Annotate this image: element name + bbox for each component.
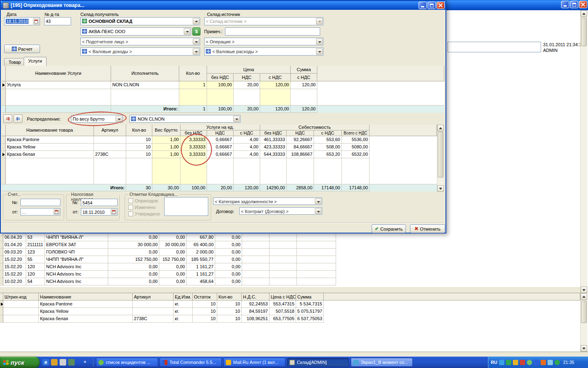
overflow-chevron-icon[interactable]: »	[84, 359, 86, 364]
bg-close-button[interactable]	[579, 1, 587, 8]
taskbar-button-sklad[interactable]: Склад[ADMIN]	[287, 358, 349, 367]
quick-launch-notepad-icon[interactable]	[60, 359, 66, 366]
save-button[interactable]: ✔Сохранить	[372, 224, 406, 233]
tray-icon-7[interactable]	[541, 360, 546, 365]
start-button[interactable]: пуск	[0, 357, 40, 368]
tray-icon-6[interactable]	[534, 360, 539, 365]
dialog-titlebar[interactable]: [195] Оприходование товара...	[1, 1, 445, 10]
dropdown-arrow-icon[interactable]	[315, 208, 321, 214]
dropdown-arrow-icon[interactable]	[193, 18, 199, 25]
c-qty[interactable]: 10	[126, 136, 152, 144]
c-gross[interactable]: 1,00	[152, 136, 180, 144]
dialog-minimize-button[interactable]	[419, 2, 427, 9]
c-c-total[interactable]: 6532,00	[342, 151, 370, 158]
c-c-vat[interactable]: 84,66667	[287, 144, 314, 151]
tray-icon-3[interactable]	[513, 360, 518, 365]
gross-income-combo[interactable]: < Валовые доходы >	[80, 47, 200, 56]
debt-category-combo[interactable]: < Категория задолженности >	[213, 197, 322, 205]
goods-row[interactable]: Краска Yellow101,003,333330,666674,00423…	[2, 144, 437, 151]
c-qty[interactable]: 1	[179, 81, 207, 89]
note-field[interactable]	[225, 27, 320, 36]
storekeeper-note-field[interactable]	[164, 197, 208, 216]
table-row[interactable]: 10.02.2054NCH Advisors Inc0,000,00458,64…	[0, 278, 336, 285]
supplier-combo[interactable]: АКВА-ПЕКС ООО	[80, 27, 191, 36]
c-sum[interactable]: 120,00	[291, 81, 317, 89]
distribute-services-button[interactable]: ⇉	[3, 114, 12, 123]
tray-icon-1[interactable]	[499, 360, 504, 365]
table-row[interactable]: 15.02.20120NCH Advisors Inc0,000,001 161…	[0, 271, 336, 278]
c-c-total[interactable]: 5080,00	[342, 144, 370, 151]
invoice-num-field[interactable]: 5454	[81, 199, 118, 206]
scroll-down-button[interactable]	[437, 185, 444, 192]
date-picker-button[interactable]	[53, 209, 60, 215]
c-article[interactable]	[94, 144, 126, 151]
table-row[interactable]: 01.04.202111111ЕВРОТЕК ЗАТ30 000,0030 00…	[0, 241, 336, 249]
goods-row[interactable]: Краска Pantone101,003,333330,666674,0046…	[2, 136, 437, 144]
table-row[interactable]: 06.04.2053ЧНПП "ВИЯНА-Л"0,000,00667,800,…	[0, 234, 336, 241]
c-novat[interactable]: 100,00	[207, 81, 234, 89]
c-c-vat[interactable]: 108,86667	[287, 151, 314, 158]
dialog-close-button[interactable]	[437, 2, 445, 9]
clear-distribution-button[interactable]: ⇇	[13, 114, 22, 123]
date-field[interactable]: 18.11.2010	[4, 17, 40, 25]
c-c-novat[interactable]: 461,33333	[260, 136, 287, 144]
c-c-withvat[interactable]: 508,00	[314, 144, 342, 151]
c-qty[interactable]: 10	[126, 151, 152, 158]
bg-minimize-button[interactable]	[561, 1, 569, 8]
c-name[interactable]: Краска белая	[6, 151, 94, 158]
c-vat[interactable]: 20,00	[234, 81, 260, 89]
pane-splitter[interactable]	[0, 287, 580, 293]
dropdown-arrow-icon[interactable]	[233, 116, 240, 122]
currency-refresh-button[interactable]: $	[192, 27, 200, 36]
c-c-withvat[interactable]: 653,20	[314, 151, 342, 158]
account-num-field[interactable]	[20, 199, 60, 206]
taskbar-button-screenshot[interactable]: Экран1_В момент со...	[351, 358, 413, 367]
goods-table-scrollbar[interactable]	[437, 125, 444, 192]
account-date-field[interactable]: . .	[20, 208, 60, 215]
contract-combo[interactable]: < Контракт (Договор) >	[239, 207, 322, 215]
c-gross[interactable]: 1,00	[152, 144, 180, 151]
stock-table-row[interactable]: Краска Pantoneкг.101092,24553553,473155 …	[0, 301, 580, 308]
table-row[interactable]: 15.02.2055ЧНПП "ВИЯНА-Л"152 750,00152 75…	[0, 256, 336, 263]
warehouse-to-combo[interactable]: ОСНОВНОЙ СКЛАД	[80, 17, 200, 25]
date-picker-button[interactable]	[33, 18, 39, 25]
c-withvat[interactable]: 120,00	[260, 81, 291, 89]
tab-services[interactable]: Услуги	[24, 57, 47, 66]
gross-expense-combo[interactable]: < Валовые расходы >	[204, 47, 323, 56]
distribution-executor-combo[interactable]: NON CLNON	[129, 115, 241, 123]
c-s-vat[interactable]: 0,66667	[207, 136, 234, 144]
language-indicator[interactable]: RU	[491, 360, 497, 365]
quick-launch-app-icon[interactable]	[68, 359, 75, 366]
c-c-vat[interactable]: 92,26667	[287, 136, 314, 144]
c-name[interactable]: Краска Yellow	[6, 144, 94, 151]
scroll-thumb[interactable]	[438, 132, 443, 177]
tray-clock[interactable]: 21:35	[563, 360, 575, 365]
quick-launch-mail-icon[interactable]	[51, 359, 58, 366]
c-article[interactable]	[94, 136, 126, 144]
tray-icon-2[interactable]	[506, 360, 511, 365]
dropdown-arrow-icon[interactable]	[315, 198, 321, 204]
date-picker-button[interactable]	[111, 209, 117, 215]
c-c-total[interactable]: 5536,00	[342, 136, 370, 144]
invoice-date-field[interactable]: 18.11.2010	[81, 208, 118, 215]
c-name[interactable]: Краска Pantone	[6, 136, 94, 144]
scroll-up-button[interactable]	[581, 293, 587, 300]
c-name[interactable]: Услуга	[6, 81, 111, 89]
scroll-thumb[interactable]	[581, 18, 587, 46]
tray-icon-8[interactable]	[548, 360, 553, 365]
taskbar-button-total-commander[interactable]: Total Commander 5.5...	[160, 358, 222, 367]
scroll-up-button[interactable]	[581, 10, 587, 17]
c-c-withvat[interactable]: 553,60	[314, 136, 342, 144]
c-executor[interactable]: NON CLNON	[111, 81, 179, 89]
tray-icon-9[interactable]	[555, 360, 560, 365]
table-row[interactable]: 09.03.20123ГОЛОВКО ЧП0,000,002 000,000,0…	[0, 249, 336, 256]
bg-maximize-button[interactable]	[570, 1, 578, 8]
cancel-button[interactable]: ✖Отменить	[410, 224, 445, 233]
dropdown-arrow-icon[interactable]	[184, 28, 190, 35]
goods-row[interactable]: Краска белая2738C101,003,333330,666674,0…	[2, 151, 437, 158]
vertical-scrollbar[interactable]	[580, 293, 587, 352]
stock-table-row[interactable]: Краска белая2738Cкг.1010108,96251653,775…	[0, 315, 580, 323]
docnum-field[interactable]: 43	[44, 17, 71, 25]
dropdown-arrow-icon[interactable]	[193, 38, 199, 45]
taskbar-button-incidents[interactable]: список инцидентов ...	[96, 358, 158, 367]
